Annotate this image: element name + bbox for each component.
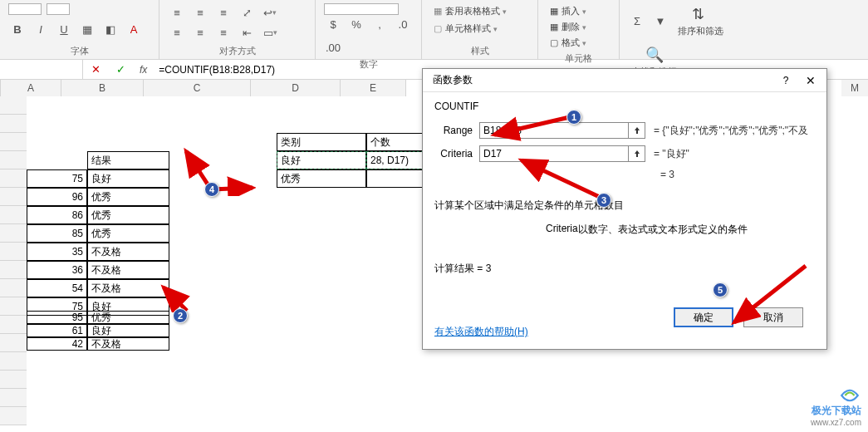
row-header[interactable] [0, 206, 27, 224]
align-center-button[interactable]: ≡ [191, 23, 209, 42]
fill-color-button[interactable]: ◧ [101, 20, 120, 38]
cell[interactable]: 85 [27, 224, 87, 243]
dialog-close-icon[interactable]: ✕ [800, 71, 821, 90]
cell[interactable]: 96 [27, 188, 87, 206]
align-bottom-button[interactable]: ≡ [214, 3, 233, 22]
cell[interactable]: 结果 [87, 151, 169, 169]
merge-button[interactable]: ▭ [261, 23, 279, 42]
cell[interactable]: 不及格 [87, 243, 169, 261]
dialog-help-link[interactable]: 有关该函数的帮助(H) [434, 325, 528, 339]
font-color-button[interactable]: A [125, 20, 143, 38]
watermark-logo-icon [838, 387, 861, 404]
align-left-button[interactable]: ≡ [168, 23, 186, 42]
name-box[interactable] [0, 60, 83, 79]
cancel-formula-icon[interactable]: ✕ [86, 61, 105, 79]
cell[interactable]: 优秀 [277, 169, 366, 188]
annotation-arrow-1 [482, 83, 581, 141]
col-header[interactable]: D [251, 80, 341, 96]
row-header[interactable] [0, 96, 27, 115]
row-header[interactable] [0, 243, 27, 261]
col-header[interactable]: C [144, 80, 251, 96]
cell[interactable]: 86 [27, 206, 87, 224]
cell[interactable]: 42 [27, 337, 87, 351]
cell[interactable]: 优秀 [87, 224, 169, 243]
row-header[interactable] [0, 224, 27, 243]
underline-button[interactable]: U [55, 20, 73, 38]
inc-decimal-button[interactable]: .0 [394, 15, 412, 33]
arg-range-result: = {"良好";"优秀";"优秀";"优秀";"不及 [645, 124, 808, 138]
dialog-help-icon[interactable]: ? [775, 71, 797, 90]
cell[interactable]: 良好 [87, 169, 169, 188]
cell[interactable]: 类别 [277, 133, 366, 151]
cell[interactable]: 35 [27, 243, 87, 261]
row-header[interactable] [0, 151, 27, 169]
format-button[interactable]: ▢格式 [547, 35, 590, 51]
row-header[interactable] [0, 169, 27, 188]
cond-format-button[interactable]: ▦套用表格格式 [430, 3, 510, 19]
cell[interactable]: 61 [27, 324, 87, 337]
fx-icon[interactable]: fx [136, 64, 150, 76]
number-format-select[interactable] [324, 3, 399, 15]
border-button[interactable]: ▦ [78, 20, 96, 38]
ribbon-group-number: $ % , .0 .00 数字 [316, 0, 422, 59]
row-header[interactable] [0, 316, 27, 334]
cell[interactable]: 不及格 [87, 279, 169, 297]
cell[interactable]: 75 [27, 169, 87, 188]
row-header[interactable] [0, 133, 27, 151]
cell[interactable]: 95 [27, 311, 87, 324]
arg-criteria-label: Criteria [434, 148, 479, 160]
cell[interactable]: 不及格 [87, 261, 169, 279]
confirm-formula-icon[interactable]: ✓ [111, 61, 130, 79]
font-select[interactable] [8, 3, 42, 15]
cell[interactable]: 36 [27, 261, 87, 279]
align-right-button[interactable]: ≡ [214, 23, 233, 42]
sort-filter-button[interactable]: ⇅排序和筛选 [674, 3, 727, 39]
col-header[interactable]: E [341, 80, 406, 96]
watermark-url: www.xz7.com [811, 418, 861, 427]
col-header[interactable]: A [1, 80, 61, 96]
align-top-button[interactable]: ≡ [168, 3, 186, 22]
dialog-title-text: 函数参数 [433, 73, 473, 87]
dec-decimal-button[interactable]: .00 [324, 38, 342, 56]
cell[interactable]: 优秀 [87, 311, 169, 324]
ribbon-group-font: B I U ▦ ◧ A 字体 [0, 0, 159, 59]
cell[interactable]: 良好 [277, 151, 366, 169]
row-header[interactable] [0, 188, 27, 206]
percent-button[interactable]: % [347, 15, 365, 33]
indent-dec-button[interactable]: ⇤ [238, 23, 256, 42]
delete-button[interactable]: ▦删除 [547, 19, 590, 35]
row-header[interactable] [0, 115, 27, 133]
italic-button[interactable]: I [32, 20, 50, 38]
row-header[interactable] [0, 407, 27, 425]
ribbon-group-number-label: 数字 [324, 56, 413, 71]
orientation-button[interactable]: ⤢ [238, 3, 256, 22]
row-header[interactable] [0, 297, 27, 316]
comma-button[interactable]: , [370, 15, 389, 33]
font-size-select[interactable] [47, 3, 70, 15]
fill-button[interactable]: ▼ [651, 12, 669, 31]
autosum-button[interactable]: Σ [628, 12, 646, 31]
row-header[interactable] [0, 334, 27, 352]
align-middle-button[interactable]: ≡ [191, 3, 209, 22]
row-header[interactable] [0, 279, 27, 297]
row-header[interactable] [0, 389, 27, 407]
annotation-marker-1: 1 [566, 110, 581, 125]
col-header[interactable]: B [61, 80, 144, 96]
insert-button[interactable]: ▦插入 [547, 3, 590, 19]
row-header[interactable] [0, 261, 27, 279]
cell[interactable]: 不及格 [87, 337, 169, 351]
cell-style-button[interactable]: ▢单元格样式 [430, 21, 501, 37]
row-header[interactable] [0, 352, 27, 371]
cell[interactable]: 54 [27, 279, 87, 297]
cell[interactable]: 优秀 [87, 206, 169, 224]
cell[interactable]: 优秀 [87, 188, 169, 206]
arg-criteria-result: = "良好" [645, 147, 689, 161]
row-header[interactable] [0, 371, 27, 389]
arg-criteria-ref-button[interactable] [629, 145, 645, 162]
bold-button[interactable]: B [8, 20, 27, 38]
arg-range-ref-button[interactable] [629, 122, 645, 139]
cell[interactable]: 良好 [87, 324, 169, 337]
col-header[interactable]: M [841, 80, 868, 96]
wrap-text-button[interactable]: ↩ [261, 3, 279, 22]
currency-button[interactable]: $ [324, 15, 342, 33]
